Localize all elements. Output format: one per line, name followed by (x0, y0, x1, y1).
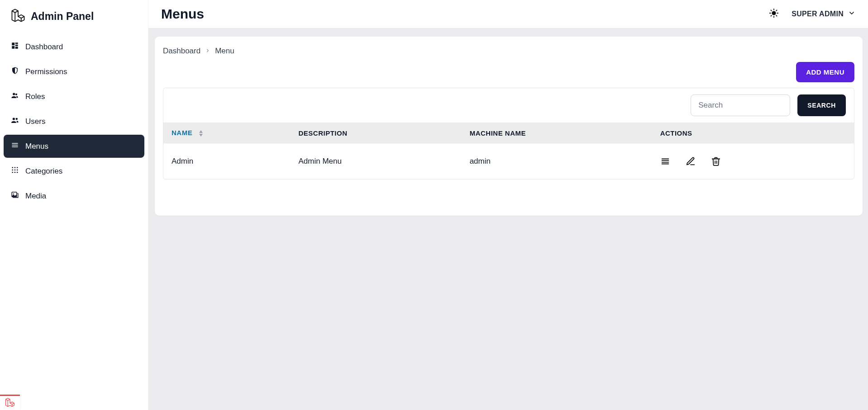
col-actions: ACTIONS (652, 123, 854, 144)
cell-name: Admin (163, 144, 291, 179)
svg-point-23 (773, 11, 776, 14)
svg-rect-0 (12, 42, 14, 45)
svg-point-22 (13, 193, 14, 194)
table-container: SEARCH NAME (163, 88, 854, 179)
svg-marker-32 (199, 130, 203, 133)
edit-icon (686, 156, 696, 166)
table-row: Admin Admin Menu admin (163, 144, 854, 179)
corner-badge[interactable] (0, 395, 20, 410)
svg-rect-1 (15, 42, 18, 44)
sidebar-item-categories[interactable]: Categories (4, 160, 144, 183)
svg-point-18 (12, 172, 13, 173)
sun-icon (769, 8, 779, 20)
search-input[interactable] (691, 94, 790, 116)
breadcrumb-item: Menu (215, 47, 234, 56)
svg-line-30 (771, 15, 772, 16)
cell-machine-name: admin (462, 144, 652, 179)
shield-icon (11, 66, 19, 77)
cell-actions (652, 144, 854, 179)
edit-button[interactable] (686, 156, 696, 166)
sidebar-item-label: Menus (25, 142, 48, 151)
content: Dashboard Menu ADD MENU SEARCH (148, 28, 868, 410)
svg-marker-33 (199, 134, 203, 137)
page-title: Menus (161, 6, 204, 22)
col-name[interactable]: NAME (163, 123, 291, 144)
sidebar-item-label: Categories (25, 167, 62, 176)
sidebar-item-roles[interactable]: Roles (4, 85, 144, 108)
chevron-right-icon (205, 47, 210, 56)
users-icon (11, 91, 19, 102)
theme-toggle[interactable] (769, 8, 779, 20)
menu-icon (11, 141, 19, 151)
svg-point-14 (17, 167, 18, 168)
svg-line-31 (777, 10, 777, 10)
svg-line-27 (777, 15, 777, 16)
sidebar-item-menus[interactable]: Menus (4, 135, 144, 158)
svg-point-13 (14, 167, 16, 168)
menus-table: NAME DESCRIPTION MACHINE NAME ACTIONS (163, 123, 854, 179)
user-icon (11, 116, 19, 127)
svg-point-16 (14, 170, 16, 171)
sidebar-nav: Dashboard Permissions Roles Users (0, 35, 148, 207)
svg-point-8 (16, 118, 18, 120)
topbar: Menus SUPER ADMIN (148, 0, 868, 28)
sidebar: Admin Panel Dashboard Permissions Roles (0, 0, 148, 410)
col-description: DESCRIPTION (291, 123, 462, 144)
delete-button[interactable] (711, 156, 721, 166)
sidebar-item-dashboard[interactable]: Dashboard (4, 35, 144, 58)
logo-icon (11, 8, 25, 24)
sidebar-item-label: Users (25, 117, 45, 126)
svg-point-12 (12, 167, 13, 168)
svg-point-7 (13, 118, 15, 120)
svg-point-20 (17, 172, 18, 173)
sidebar-item-label: Roles (25, 92, 45, 101)
col-machine-name: MACHINE NAME (462, 123, 652, 144)
sidebar-item-permissions[interactable]: Permissions (4, 60, 144, 83)
svg-point-15 (12, 170, 13, 171)
laravel-icon (5, 397, 15, 409)
svg-line-26 (771, 10, 772, 10)
user-label: SUPER ADMIN (792, 10, 844, 18)
card: Dashboard Menu ADD MENU SEARCH (155, 37, 863, 216)
sidebar-item-label: Dashboard (25, 42, 63, 52)
sidebar-item-label: Media (25, 192, 46, 201)
brand-title: Admin Panel (31, 10, 94, 23)
sidebar-item-users[interactable]: Users (4, 110, 144, 133)
user-menu[interactable]: SUPER ADMIN (792, 9, 855, 19)
brand[interactable]: Admin Panel (0, 0, 148, 35)
breadcrumb-item[interactable]: Dashboard (163, 47, 200, 56)
media-icon (11, 191, 19, 201)
sidebar-item-media[interactable]: Media (4, 184, 144, 207)
svg-point-17 (17, 170, 18, 171)
svg-point-19 (14, 172, 16, 173)
table-toolbar: SEARCH (163, 88, 854, 123)
reorder-button[interactable] (660, 156, 670, 166)
breadcrumb: Dashboard Menu (163, 47, 854, 56)
add-menu-button[interactable]: ADD MENU (796, 62, 854, 82)
cell-description: Admin Menu (291, 144, 462, 179)
search-button[interactable]: SEARCH (797, 94, 846, 116)
main: Menus SUPER ADMIN Dashboard (148, 0, 868, 410)
sidebar-item-label: Permissions (25, 67, 67, 76)
svg-point-6 (15, 94, 17, 95)
svg-rect-2 (15, 45, 18, 46)
svg-rect-3 (12, 46, 14, 49)
grid-icon (11, 166, 19, 176)
trash-icon (711, 156, 721, 166)
list-icon (660, 156, 670, 166)
dashboard-icon (11, 42, 19, 52)
chevron-down-icon (848, 9, 855, 19)
sort-icon (198, 130, 204, 137)
svg-rect-4 (15, 47, 18, 49)
svg-point-5 (13, 93, 15, 95)
